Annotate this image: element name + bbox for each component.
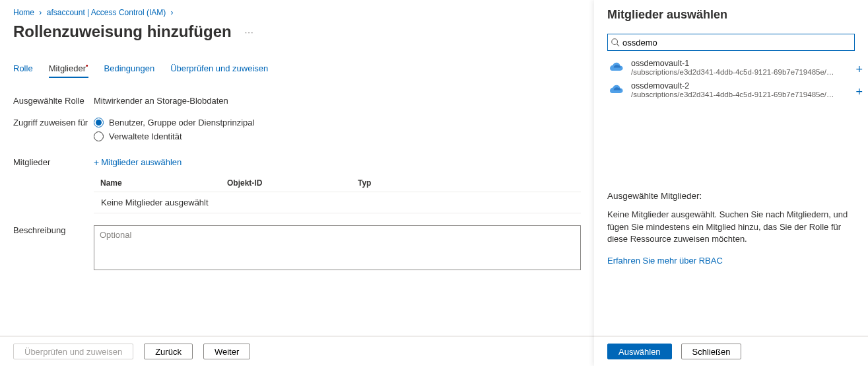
close-button[interactable]: Schließen <box>681 344 742 359</box>
add-members-link[interactable]: + Mitglieder auswählen <box>94 157 182 167</box>
select-members-panel: Mitglieder auswählen ossdemovault-1/subs… <box>594 0 868 366</box>
tab-members[interactable]: Mitglieder• <box>49 63 88 77</box>
description-label: Beschreibung <box>13 225 94 235</box>
tab-conditions[interactable]: Bedingungen <box>104 63 155 77</box>
add-result-icon[interactable]: + <box>855 63 863 77</box>
tab-members-label: Mitglieder <box>49 63 86 73</box>
th-type: Typ <box>358 178 574 188</box>
search-input[interactable] <box>607 34 855 51</box>
breadcrumb-home[interactable]: Home <box>13 8 34 17</box>
add-result-icon[interactable]: + <box>855 85 863 99</box>
tab-role[interactable]: Rolle <box>13 63 33 77</box>
radio-user-label: Benutzer, Gruppe oder Dienstprinzipal <box>109 118 254 128</box>
selected-role-label: Ausgewählte Rolle <box>13 96 94 106</box>
panel-footer: Auswählen Schließen <box>594 336 868 366</box>
radio-mi-label: Verwaltete Identität <box>109 131 182 141</box>
selected-members-heading: Ausgewählte Mitglieder: <box>607 191 855 201</box>
result-name: ossdemovault-1 <box>631 59 855 68</box>
selected-role-value: Mitwirkender an Storage-Blobdaten <box>94 96 581 106</box>
radio-managed-identity[interactable]: Verwaltete Identität <box>94 131 581 141</box>
page-title: Rollenzuweisung hinzufügen <box>13 22 232 41</box>
result-row[interactable]: ossdemovault-2/subscriptions/e3d2d341-4d… <box>607 79 855 101</box>
tab-review[interactable]: Überprüfen und zuweisen <box>170 63 268 77</box>
panel-title: Mitglieder auswählen <box>607 8 855 22</box>
description-input[interactable] <box>94 225 581 270</box>
result-row[interactable]: ossdemovault-1/subscriptions/e3d2d341-4d… <box>607 56 855 79</box>
svg-line-1 <box>617 44 620 47</box>
assign-access-label: Zugriff zuweisen für <box>13 118 94 128</box>
plus-icon: + <box>94 158 99 167</box>
radio-icon <box>94 131 104 141</box>
cloud-icon <box>607 59 624 76</box>
rbac-learn-more-link[interactable]: Erfahren Sie mehr über RBAC <box>607 256 723 266</box>
cloud-icon <box>607 81 624 98</box>
th-name: Name <box>100 178 227 188</box>
main-footer: Überprüfen und zuweisen Zurück Weiter <box>0 336 594 366</box>
members-table: Name Objekt-ID Typ Keine Mitglieder ausg… <box>94 174 581 213</box>
breadcrumb: Home › afsaccount | Access Control (IAM)… <box>13 8 581 17</box>
result-path: /subscriptions/e3d2d341-4ddb-4c5d-9121-6… <box>631 91 836 98</box>
back-button[interactable]: Zurück <box>144 344 193 359</box>
add-members-text: Mitglieder auswählen <box>101 157 182 167</box>
svg-point-0 <box>612 39 618 45</box>
radio-icon <box>94 118 104 128</box>
selected-members-empty: Keine Mitglieder ausgewählt. Suchen Sie … <box>607 209 855 245</box>
th-object-id: Objekt-ID <box>227 178 358 188</box>
next-button[interactable]: Weiter <box>203 344 250 359</box>
result-path: /subscriptions/e3d2d341-4ddb-4c5d-9121-6… <box>631 68 836 76</box>
result-name: ossdemovault-2 <box>631 81 855 91</box>
review-assign-button[interactable]: Überprüfen und zuweisen <box>13 344 133 359</box>
tabs: Rolle Mitglieder• Bedingungen Überprüfen… <box>13 63 581 77</box>
breadcrumb-account[interactable]: afsaccount | Access Control (IAM) <box>47 8 166 17</box>
members-table-empty: Keine Mitglieder ausgewählt <box>94 192 581 213</box>
required-indicator-icon: • <box>86 62 88 69</box>
chevron-right-icon: › <box>168 8 176 17</box>
select-button[interactable]: Auswählen <box>607 344 672 359</box>
members-label: Mitglieder <box>13 157 94 167</box>
radio-user-group-sp[interactable]: Benutzer, Gruppe oder Dienstprinzipal <box>94 118 581 128</box>
more-menu-icon[interactable]: ··· <box>245 27 254 37</box>
chevron-right-icon: › <box>36 8 44 17</box>
search-icon <box>611 38 620 47</box>
